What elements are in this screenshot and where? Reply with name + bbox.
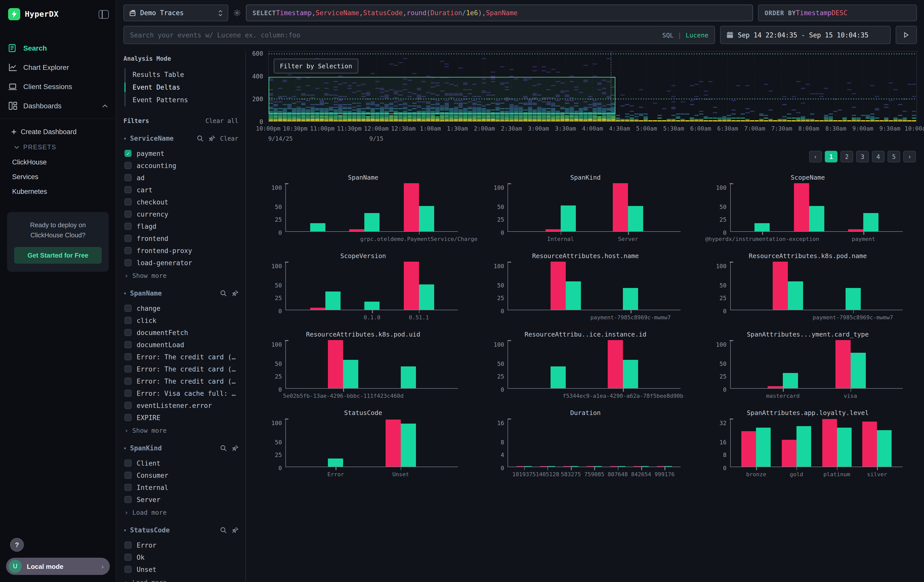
checkbox[interactable] bbox=[124, 223, 132, 230]
search-icon[interactable] bbox=[220, 445, 227, 452]
chevron-down-icon[interactable]: ▾ bbox=[124, 290, 127, 296]
page-prev-button[interactable]: ‹ bbox=[809, 151, 822, 162]
filter-checkbox-accounting[interactable]: accounting bbox=[124, 160, 238, 171]
heatmap-canvas[interactable] bbox=[269, 52, 916, 122]
create-dashboard-button[interactable]: Create Dashboard bbox=[0, 124, 116, 140]
get-started-button[interactable]: Get Started for Free bbox=[14, 247, 102, 264]
filter-checkbox-unset[interactable]: Unset bbox=[124, 563, 238, 575]
filter-load-more-button[interactable]: ›Load more bbox=[124, 506, 238, 516]
chevron-down-icon[interactable]: ▾ bbox=[124, 528, 127, 533]
filter-by-selection-button[interactable]: Filter by Selection bbox=[274, 59, 358, 73]
checkbox[interactable] bbox=[124, 186, 132, 193]
filter-checkbox-ok[interactable]: Ok bbox=[124, 551, 238, 563]
filter-checkbox-documentload[interactable]: documentLoad bbox=[124, 338, 238, 351]
checkbox[interactable] bbox=[124, 484, 132, 491]
filter-checkbox-click[interactable]: click bbox=[124, 314, 238, 326]
tab-event-deltas[interactable]: Event Deltas bbox=[125, 81, 238, 94]
filter-checkbox-client[interactable]: Client bbox=[124, 457, 238, 469]
checkbox[interactable] bbox=[124, 259, 132, 266]
checkbox[interactable] bbox=[124, 317, 132, 324]
help-button[interactable]: ? bbox=[10, 538, 24, 552]
pin-icon[interactable] bbox=[232, 445, 238, 452]
page-next-button[interactable]: › bbox=[903, 151, 916, 162]
search-icon[interactable] bbox=[220, 290, 227, 297]
search-icon[interactable] bbox=[220, 527, 227, 533]
lucene-toggle[interactable]: Lucene bbox=[686, 31, 708, 39]
checkbox[interactable] bbox=[124, 174, 132, 181]
pin-icon[interactable] bbox=[232, 290, 238, 297]
filter-checkbox-documentfetch[interactable]: documentFetch bbox=[124, 326, 238, 338]
filter-checkbox-flagd[interactable]: flagd bbox=[124, 220, 238, 232]
checkbox[interactable] bbox=[124, 162, 132, 169]
chevron-down-icon[interactable]: ▾ bbox=[124, 136, 127, 141]
checkbox[interactable] bbox=[124, 541, 132, 549]
page-5-button[interactable]: 5 bbox=[888, 151, 900, 162]
search-input[interactable] bbox=[130, 31, 662, 39]
date-range-picker[interactable]: Sep 14 22:04:35 - Sep 15 10:04:35 bbox=[720, 26, 891, 44]
checkbox[interactable] bbox=[124, 402, 132, 409]
presets-toggle[interactable]: PRESETS bbox=[0, 140, 116, 155]
pin-icon[interactable] bbox=[208, 135, 215, 142]
clear-all-filters-button[interactable]: Clear all bbox=[205, 117, 238, 125]
checkbox-checked[interactable]: ✓ bbox=[124, 150, 132, 157]
gear-icon[interactable] bbox=[233, 9, 241, 17]
checkbox[interactable] bbox=[124, 378, 132, 385]
checkbox[interactable] bbox=[124, 365, 132, 373]
filter-checkbox-frontend[interactable]: frontend bbox=[124, 232, 238, 244]
pin-icon[interactable] bbox=[232, 527, 238, 533]
sidebar-collapse-icon[interactable] bbox=[99, 10, 109, 18]
filter-show-more-button[interactable]: ›Show more bbox=[124, 424, 238, 434]
page-4-button[interactable]: 4 bbox=[872, 151, 884, 162]
filter-checkbox-ad[interactable]: ad bbox=[124, 171, 238, 184]
checkbox[interactable] bbox=[124, 390, 132, 397]
checkbox[interactable] bbox=[124, 566, 132, 573]
checkbox[interactable] bbox=[124, 496, 132, 503]
filter-checkbox-error-the-credit-card-[interactable]: Error: The credit card (… bbox=[124, 363, 238, 375]
checkbox[interactable] bbox=[124, 247, 132, 254]
run-query-button[interactable] bbox=[896, 26, 917, 44]
filter-checkbox-error-visa-cache-full-[interactable]: Error: Visa cache full: … bbox=[124, 387, 238, 399]
filter-checkbox-checkout[interactable]: checkout bbox=[124, 196, 238, 208]
filter-checkbox-frontend-proxy[interactable]: frontend-proxy bbox=[124, 244, 238, 257]
source-select[interactable]: Demo Traces bbox=[124, 5, 228, 21]
filter-checkbox-error-the-credit-card-[interactable]: Error: The credit card (… bbox=[124, 351, 238, 363]
page-2-button[interactable]: 2 bbox=[840, 151, 853, 162]
filter-checkbox-change[interactable]: change bbox=[124, 302, 238, 314]
filter-checkbox-server[interactable]: Server bbox=[124, 493, 238, 506]
search-icon[interactable] bbox=[197, 135, 203, 142]
checkbox[interactable] bbox=[124, 341, 132, 348]
filter-checkbox-internal[interactable]: Internal bbox=[124, 481, 238, 493]
checkbox[interactable] bbox=[124, 554, 132, 561]
filter-checkbox-cart[interactable]: cart bbox=[124, 184, 238, 196]
filter-checkbox-consumer[interactable]: Consumer bbox=[124, 469, 238, 481]
sidebar-item-chart-explorer[interactable]: Chart Explorer bbox=[0, 58, 116, 77]
page-3-button[interactable]: 3 bbox=[856, 151, 869, 162]
checkbox[interactable] bbox=[124, 460, 132, 467]
checkbox[interactable] bbox=[124, 305, 132, 312]
filter-checkbox-currency[interactable]: currency bbox=[124, 208, 238, 220]
filter-checkbox-payment[interactable]: ✓payment bbox=[124, 147, 238, 160]
filter-checkbox-error[interactable]: Error bbox=[124, 539, 238, 551]
page-1-button[interactable]: 1 bbox=[825, 151, 837, 162]
checkbox[interactable] bbox=[124, 414, 132, 421]
sidebar-item-kubernetes[interactable]: Kubernetes bbox=[0, 184, 116, 199]
sidebar-item-clickhouse[interactable]: ClickHouse bbox=[0, 155, 116, 170]
checkbox[interactable] bbox=[124, 472, 132, 479]
checkbox[interactable] bbox=[124, 235, 132, 242]
tab-results-table[interactable]: Results Table bbox=[125, 68, 238, 81]
filter-load-more-button[interactable]: ›Load more bbox=[124, 575, 238, 582]
sidebar-item-search[interactable]: Search bbox=[0, 38, 116, 58]
sidebar-item-client-sessions[interactable]: Client Sessions bbox=[0, 77, 116, 96]
orderby-clause-input[interactable]: ORDER BY Timestamp DESC bbox=[758, 5, 917, 21]
filter-checkbox-expire[interactable]: EXPIRE bbox=[124, 411, 238, 424]
checkbox[interactable] bbox=[124, 329, 132, 336]
checkbox[interactable] bbox=[124, 211, 132, 218]
filter-show-more-button[interactable]: ›Show more bbox=[124, 269, 238, 279]
sidebar-item-services[interactable]: Services bbox=[0, 170, 116, 184]
sidebar-item-dashboards[interactable]: Dashboards bbox=[0, 96, 116, 115]
heatmap-plot[interactable]: Filter by Selection bbox=[268, 51, 917, 122]
checkbox[interactable] bbox=[124, 198, 132, 206]
filter-checkbox-eventlistener-error[interactable]: eventListener.error bbox=[124, 399, 238, 411]
tab-event-patterns[interactable]: Event Patterns bbox=[125, 94, 238, 106]
filter-checkbox-load-generator[interactable]: load-generator bbox=[124, 257, 238, 269]
